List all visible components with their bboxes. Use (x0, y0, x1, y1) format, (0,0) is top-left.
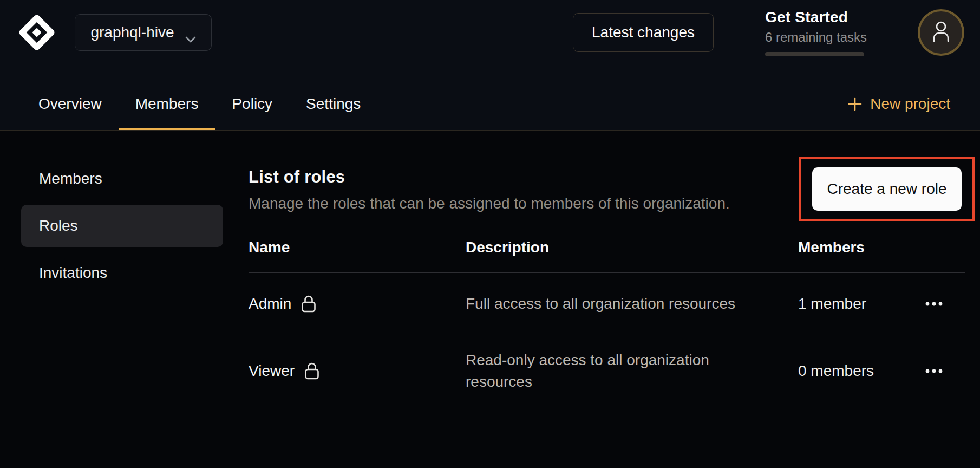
tab-settings[interactable]: Settings (289, 65, 377, 130)
role-description: Full access to all organization resource… (466, 293, 763, 315)
ellipsis-icon (925, 367, 943, 375)
sidebar-item-invitations[interactable]: Invitations (21, 252, 223, 294)
content: Members Roles Invitations List of roles … (0, 131, 980, 468)
tab-members[interactable]: Members (119, 65, 215, 130)
column-header-name: Name (249, 239, 466, 256)
get-started-title: Get Started (765, 9, 866, 26)
header: graphql-hive Latest changes Get Started … (0, 0, 980, 131)
roles-table: Name Description Members Admin (249, 239, 965, 407)
ellipsis-icon (925, 300, 943, 308)
person-icon (932, 21, 950, 44)
role-description: Read-only access to all organization res… (466, 349, 763, 393)
column-header-description: Description (466, 239, 798, 256)
role-name-cell: Viewer (249, 362, 466, 380)
org-selector-button[interactable]: graphql-hive (75, 14, 212, 51)
latest-changes-button[interactable]: Latest changes (573, 13, 714, 52)
lock-icon (304, 362, 319, 380)
table-row: Viewer Read-only access to all organizat… (249, 335, 965, 407)
role-name: Admin (249, 295, 291, 313)
get-started-progressbar (765, 52, 864, 56)
app-window: graphql-hive Latest changes Get Started … (0, 0, 980, 468)
get-started-subtitle: 6 remaining tasks (765, 30, 866, 45)
row-menu-button[interactable] (918, 294, 950, 315)
chevron-down-icon (185, 29, 196, 36)
role-name: Viewer (249, 362, 295, 380)
role-name-cell: Admin (249, 295, 466, 313)
table-row: Admin Full access to all organization re… (249, 273, 965, 335)
avatar[interactable] (918, 9, 964, 56)
tab-policy[interactable]: Policy (215, 65, 289, 130)
create-role-button[interactable]: Create a new role (812, 167, 962, 211)
hive-logo-icon (19, 15, 55, 50)
role-members-count: 1 member (798, 295, 915, 313)
annotation-highlight: Create a new role (799, 157, 975, 221)
title-block: List of roles Manage the roles that can … (249, 157, 730, 212)
tab-bar: Overview Members Policy Settings New pro… (0, 65, 980, 131)
main-panel: List of roles Manage the roles that can … (249, 131, 965, 468)
role-members-count: 0 members (798, 362, 915, 380)
new-project-button[interactable]: New project (848, 65, 950, 130)
role-actions-cell (915, 361, 965, 382)
row-menu-button[interactable] (918, 361, 950, 382)
lock-icon (301, 295, 316, 313)
column-header-members: Members (798, 239, 915, 256)
sidebar-item-members[interactable]: Members (21, 158, 223, 200)
sidebar-item-roles[interactable]: Roles (21, 205, 223, 247)
role-actions-cell (915, 294, 965, 315)
org-selector-label: graphql-hive (90, 24, 174, 41)
main-header: List of roles Manage the roles that can … (249, 157, 965, 221)
table-header-row: Name Description Members (249, 239, 965, 273)
sidebar: Members Roles Invitations (0, 131, 223, 468)
plus-icon (848, 97, 862, 111)
topbar: graphql-hive Latest changes Get Started … (0, 0, 980, 65)
get-started-widget[interactable]: Get Started 6 remaining tasks (765, 9, 866, 56)
new-project-label: New project (870, 95, 950, 113)
page-title: List of roles (249, 167, 730, 187)
tab-overview[interactable]: Overview (22, 65, 119, 130)
page-subtitle: Manage the roles that can be assigned to… (249, 195, 730, 212)
